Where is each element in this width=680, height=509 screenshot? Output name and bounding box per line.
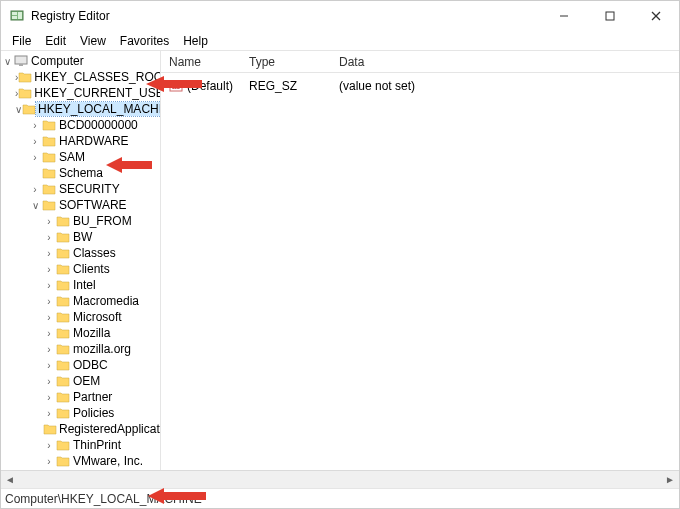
menu-view[interactable]: View: [73, 33, 113, 49]
expander-icon[interactable]: ∨: [29, 200, 41, 211]
expander-icon[interactable]: ›: [29, 184, 41, 195]
tree-item-microsoft[interactable]: ›Microsoft: [1, 309, 160, 325]
expander-icon[interactable]: ›: [43, 280, 55, 291]
tree-label: HKEY_CLASSES_ROOT: [32, 70, 161, 84]
tree-label: BW: [71, 230, 94, 244]
tree-item-security[interactable]: ›SECURITY: [1, 181, 160, 197]
horizontal-scrollbar[interactable]: ◄ ►: [1, 470, 679, 488]
expander-icon[interactable]: ›: [29, 120, 41, 131]
maximize-button[interactable]: [587, 1, 633, 31]
tree-item-hkcr[interactable]: ›HKEY_CLASSES_ROOT: [1, 69, 160, 85]
tree-root-computer[interactable]: ∨Computer: [1, 53, 160, 69]
tree-item-partner[interactable]: ›Partner: [1, 389, 160, 405]
svg-rect-1: [12, 12, 17, 15]
svg-rect-8: [15, 56, 27, 64]
expander-icon[interactable]: ›: [43, 440, 55, 451]
expander-icon[interactable]: ›: [43, 312, 55, 323]
app-icon: [9, 8, 25, 24]
tree-item-vmware[interactable]: ›VMware, Inc.: [1, 453, 160, 469]
scroll-left-button[interactable]: ◄: [1, 471, 19, 489]
expander-icon[interactable]: ›: [43, 328, 55, 339]
tree-item-regapps[interactable]: RegisteredApplications: [1, 421, 160, 437]
tree-label: ThinPrint: [71, 438, 123, 452]
menu-favorites[interactable]: Favorites: [113, 33, 176, 49]
tree-item-schema[interactable]: Schema: [1, 165, 160, 181]
folder-icon: [41, 182, 57, 196]
svg-rect-2: [12, 16, 17, 19]
menu-file[interactable]: File: [5, 33, 38, 49]
expander-icon[interactable]: ›: [43, 232, 55, 243]
tree-item-hklm[interactable]: ∨HKEY_LOCAL_MACHINE: [1, 101, 160, 117]
tree-item-bw[interactable]: ›BW: [1, 229, 160, 245]
tree-pane[interactable]: ∨Computer›HKEY_CLASSES_ROOT›HKEY_CURRENT…: [1, 51, 161, 470]
folder-icon: [55, 310, 71, 324]
expander-icon[interactable]: ∨: [1, 56, 13, 67]
list-row[interactable]: ab (Default) REG_SZ (value not set): [169, 77, 671, 95]
close-button[interactable]: [633, 1, 679, 31]
tree-item-hkcu[interactable]: ›HKEY_CURRENT_USER: [1, 85, 160, 101]
tree-label: VMware, Inc.: [71, 454, 145, 468]
tree-item-thinprint[interactable]: ›ThinPrint: [1, 437, 160, 453]
tree-label: BU_FROM: [71, 214, 134, 228]
expander-icon[interactable]: ›: [43, 296, 55, 307]
value-type: REG_SZ: [249, 79, 339, 93]
expander-icon[interactable]: ›: [29, 152, 41, 163]
column-header-type[interactable]: Type: [249, 55, 339, 69]
folder-icon: [55, 214, 71, 228]
column-header-name[interactable]: Name: [169, 55, 249, 69]
minimize-button[interactable]: [541, 1, 587, 31]
value-data: (value not set): [339, 79, 671, 93]
tree-label: HARDWARE: [57, 134, 131, 148]
tree-label: Partner: [71, 390, 114, 404]
folder-icon: [13, 54, 29, 68]
tree-item-classes[interactable]: ›Classes: [1, 245, 160, 261]
folder-icon: [55, 438, 71, 452]
tree-item-bu_from[interactable]: ›BU_FROM: [1, 213, 160, 229]
menu-help[interactable]: Help: [176, 33, 215, 49]
folder-icon: [55, 454, 71, 468]
scroll-track[interactable]: [19, 471, 661, 489]
tree-item-oem[interactable]: ›OEM: [1, 373, 160, 389]
expander-icon[interactable]: ›: [29, 136, 41, 147]
status-path: Computer\HKEY_LOCAL_MACHINE: [5, 492, 202, 506]
tree-label: Clients: [71, 262, 112, 276]
svg-rect-3: [18, 12, 22, 19]
expander-icon[interactable]: ›: [43, 456, 55, 467]
menu-edit[interactable]: Edit: [38, 33, 73, 49]
tree-item-mozilla[interactable]: ›Mozilla: [1, 325, 160, 341]
tree-item-software[interactable]: ∨SOFTWARE: [1, 197, 160, 213]
tree-item-mozilla_org[interactable]: ›mozilla.org: [1, 341, 160, 357]
tree-item-policies[interactable]: ›Policies: [1, 405, 160, 421]
expander-icon[interactable]: ›: [43, 216, 55, 227]
tree-item-macromedia[interactable]: ›Macromedia: [1, 293, 160, 309]
tree-item-clients[interactable]: ›Clients: [1, 261, 160, 277]
folder-icon: [18, 70, 32, 84]
tree-item-bcd[interactable]: ›BCD00000000: [1, 117, 160, 133]
folder-icon: [55, 278, 71, 292]
expander-icon[interactable]: ›: [43, 248, 55, 259]
statusbar: Computer\HKEY_LOCAL_MACHINE: [1, 488, 679, 508]
folder-icon: [41, 134, 57, 148]
tree-item-sam[interactable]: ›SAM: [1, 149, 160, 165]
expander-icon[interactable]: ›: [43, 392, 55, 403]
folder-icon: [41, 118, 57, 132]
tree-label: Classes: [71, 246, 118, 260]
folder-icon: [55, 294, 71, 308]
tree-item-hardware[interactable]: ›HARDWARE: [1, 133, 160, 149]
expander-icon[interactable]: ›: [43, 264, 55, 275]
expander-icon[interactable]: ›: [43, 360, 55, 371]
expander-icon[interactable]: ›: [43, 408, 55, 419]
tree-label: HKEY_CURRENT_USER: [32, 86, 161, 100]
tree-label: OEM: [71, 374, 102, 388]
tree-label: Computer: [29, 54, 86, 68]
scroll-right-button[interactable]: ►: [661, 471, 679, 489]
column-header-data[interactable]: Data: [339, 55, 679, 69]
tree-label: SOFTWARE: [57, 198, 129, 212]
window-title: Registry Editor: [31, 9, 541, 23]
folder-icon: [55, 358, 71, 372]
expander-icon[interactable]: ∨: [15, 104, 22, 115]
expander-icon[interactable]: ›: [43, 344, 55, 355]
tree-item-intel[interactable]: ›Intel: [1, 277, 160, 293]
tree-item-odbc[interactable]: ›ODBC: [1, 357, 160, 373]
expander-icon[interactable]: ›: [43, 376, 55, 387]
